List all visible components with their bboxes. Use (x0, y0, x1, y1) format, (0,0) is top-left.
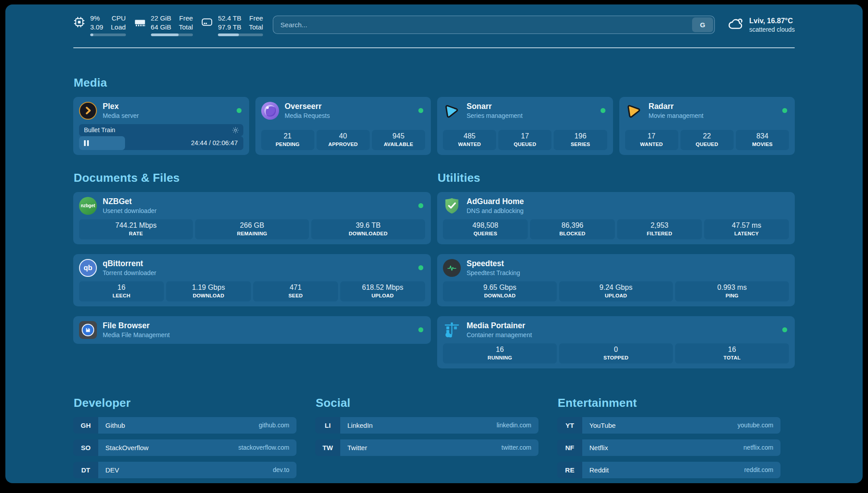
bookmark-name: Netflix (589, 444, 608, 451)
stat-label: PENDING (264, 142, 312, 147)
service-stats: 21PENDING40APPROVED945AVAILABLE (261, 125, 426, 150)
playback-time: 24:44 / 02:06:47 (191, 139, 243, 146)
stat-value: 86,396 (533, 221, 612, 230)
stat-value: 498,508 (446, 221, 525, 230)
status-dot-online (418, 108, 423, 113)
stat-value: 945 (375, 132, 422, 140)
stat-upload: 618.52 MbpsUPLOAD (340, 281, 425, 301)
service-card-radarr[interactable]: RadarrMovie management17WANTED22QUEUED83… (619, 97, 795, 155)
service-name: Speedtest (467, 259, 520, 268)
section-title-entertainment: Entertainment (558, 396, 780, 410)
section-documents-files: Documents & Files nzbgetNZBGetUsenet dow… (73, 171, 431, 368)
stat-running: 16RUNNING (443, 343, 557, 363)
bookmark-abbr: YT (557, 417, 582, 434)
filebrowser-icon (79, 321, 97, 339)
stat-value: 618.52 Mbps (343, 284, 422, 292)
dashboard-content: 9%3.09CPULoad22 GiB64 GiBFreeTotal52.4 T… (73, 14, 795, 483)
bookmark-stackoverflow[interactable]: SOStackOverflowstackoverflow.com (73, 439, 296, 456)
stat-value: 1.19 Gbps (169, 284, 248, 292)
stat-label: LEECH (82, 293, 161, 298)
stat-label: SEED (256, 293, 335, 298)
stat-label: SERIES (556, 142, 604, 147)
pause-button[interactable] (79, 136, 125, 150)
player-progress-bar: 24:44 / 02:06:47 (79, 136, 243, 150)
service-card-file-browser[interactable]: File BrowserMedia File Management (73, 316, 431, 344)
status-dot-online (782, 327, 787, 332)
stat-value: 17 (501, 132, 549, 140)
stat-label: PING (678, 293, 786, 298)
service-card-adguard-home[interactable]: AdGuard HomeDNS and adblocking498,508QUE… (437, 192, 795, 244)
service-card-nzbget[interactable]: nzbgetNZBGetUsenet downloader744.21 Mbps… (73, 192, 431, 244)
social-bookmarks: LILinkedInlinkedin.comTWTwittertwitter.c… (315, 417, 538, 456)
pause-icon (84, 140, 89, 146)
status-dot-online (601, 108, 605, 113)
search-input[interactable] (275, 21, 692, 29)
status-dot-online (418, 265, 423, 270)
stat-value: 22 (683, 132, 731, 140)
bookmark-name: YouTube (589, 422, 616, 429)
bookmark-github[interactable]: GHGithubgithub.com (73, 417, 296, 434)
stat-label: REMAINING (198, 231, 306, 236)
service-card-overseerr[interactable]: OverseerrMedia Requests21PENDING40APPROV… (255, 97, 431, 155)
stat-label: UPLOAD (343, 293, 422, 298)
bookmark-netflix[interactable]: NFNetflixnetflix.com (557, 439, 780, 456)
service-card-sonarr[interactable]: SonarrSeries management485WANTED17QUEUED… (437, 97, 613, 155)
stat-seed: 471SEED (253, 281, 338, 301)
resource-widget-cpu: 9%3.09CPULoad (73, 14, 126, 36)
stat-wanted: 485WANTED (443, 130, 496, 150)
bookmark-reddit[interactable]: RERedditreddit.com (557, 462, 780, 478)
weather-location-temp: Lviv, 16.87°C (749, 17, 795, 25)
middle-columns: Documents & Files nzbgetNZBGetUsenet dow… (73, 171, 795, 368)
bookmark-linkedin[interactable]: LILinkedInlinkedin.com (315, 417, 538, 434)
service-card-plex[interactable]: PlexMedia serverBullet Train24:44 / 02:0… (73, 97, 249, 155)
stat-value: 0.993 ms (678, 284, 786, 292)
bookmark-youtube[interactable]: YTYouTubeyoutube.com (557, 417, 780, 434)
stat-wanted: 17WANTED (625, 130, 678, 150)
service-name: Overseerr (285, 102, 330, 111)
bookmark-name: Reddit (589, 466, 609, 474)
stat-value: 16 (678, 346, 786, 354)
service-stats: 498,508QUERIES86,396BLOCKED2,953FILTERED… (443, 219, 789, 239)
service-name: NZBGet (103, 197, 157, 206)
stat-value: 9.65 Gbps (446, 284, 554, 292)
stat-label: DOWNLOAD (169, 293, 248, 298)
bookmark-name: Twitter (347, 444, 367, 451)
stat-total: 16TOTAL (675, 343, 789, 363)
service-description: Usenet downloader (103, 207, 157, 214)
bookmark-twitter[interactable]: TWTwittertwitter.com (315, 439, 538, 456)
service-card-media-portainer[interactable]: Media PortainerContainer management16RUN… (437, 316, 795, 368)
stat-value: 471 (256, 284, 335, 292)
developer-bookmarks: GHGithubgithub.comSOStackOverflowstackov… (73, 417, 296, 478)
stat-label: STOPPED (562, 355, 670, 360)
bookmark-domain: linkedin.com (497, 422, 531, 429)
stat-value: 266 GB (198, 221, 306, 230)
documents-files-cards: nzbgetNZBGetUsenet downloader744.21 Mbps… (73, 192, 431, 344)
stat-queries: 498,508QUERIES (443, 219, 528, 239)
top-bar: 9%3.09CPULoad22 GiB64 GiBFreeTotal52.4 T… (73, 14, 795, 36)
service-name: File Browser (103, 321, 170, 330)
stat-queued: 17QUEUED (498, 130, 551, 150)
stat-queued: 22QUEUED (680, 130, 734, 150)
media-cards-row: PlexMedia serverBullet Train24:44 / 02:0… (73, 97, 795, 155)
bookmark-domain: reddit.com (744, 466, 773, 473)
bookmark-abbr: RE (557, 462, 582, 478)
service-card-speedtest[interactable]: SpeedtestSpeedtest Tracking9.65 GbpsDOWN… (437, 254, 795, 306)
bookmark-dev[interactable]: DTDEVdev.to (73, 462, 296, 478)
stat-label: LATENCY (707, 231, 786, 236)
bookmark-name: DEV (105, 466, 119, 474)
service-card-qbittorrent[interactable]: qbqBittorrentTorrent downloader16LEECH1.… (73, 254, 431, 306)
search-provider-button[interactable]: G (692, 17, 713, 32)
gear-icon[interactable] (232, 126, 239, 134)
stat-latency: 47.57 msLATENCY (704, 219, 789, 239)
stat-label: FILTERED (620, 231, 699, 236)
service-description: Movie management (649, 112, 704, 119)
stat-rate: 744.21 MbpsRATE (79, 219, 193, 239)
stat-label: QUERIES (446, 231, 525, 236)
service-description: Media Requests (285, 112, 330, 119)
bookmark-domain: netflix.com (743, 444, 773, 451)
section-utilities: Utilities AdGuard HomeDNS and adblocking… (437, 171, 795, 368)
bookmark-abbr: TW (315, 439, 340, 456)
bookmark-domain: twitter.com (501, 444, 531, 451)
cpu-labels: CPULoad (111, 14, 125, 32)
stat-pending: 21PENDING (261, 130, 314, 150)
